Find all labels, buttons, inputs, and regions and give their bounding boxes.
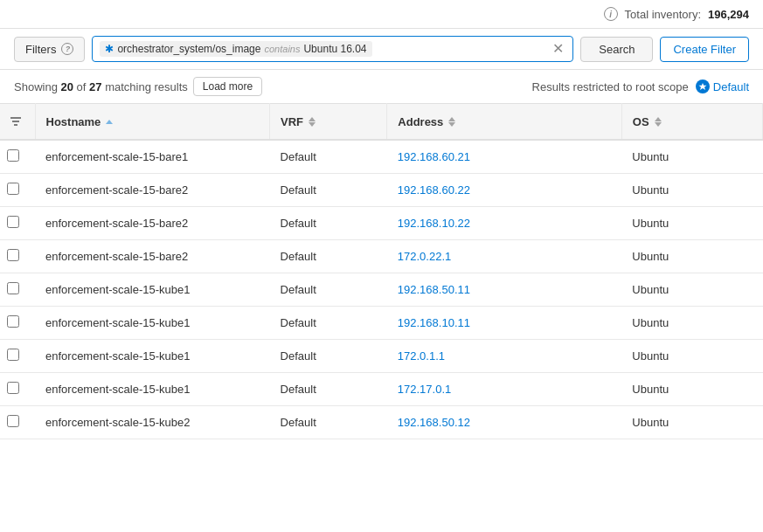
hostname-cell: enforcement-scale-15-kube1 bbox=[35, 373, 270, 406]
table-row: enforcement-scale-15-kube1Default192.168… bbox=[0, 307, 763, 340]
filters-label: Filters bbox=[25, 43, 56, 56]
table-row: enforcement-scale-15-kube2Default192.168… bbox=[0, 406, 763, 439]
table-row: enforcement-scale-15-bare2Default192.168… bbox=[0, 174, 763, 207]
address-cell[interactable]: 172.17.0.1 bbox=[387, 373, 622, 406]
col-address[interactable]: Address bbox=[387, 104, 622, 141]
tag-star-icon: ✱ bbox=[105, 43, 114, 55]
address-link[interactable]: 172.17.0.1 bbox=[398, 383, 451, 396]
address-link[interactable]: 192.168.10.11 bbox=[398, 316, 470, 329]
create-filter-button[interactable]: Create Filter bbox=[660, 37, 749, 62]
vrf-cell: Default bbox=[270, 273, 387, 307]
default-badge-icon bbox=[696, 79, 710, 93]
filter-icon[interactable] bbox=[7, 113, 24, 130]
table-header-row: Hostname VRF bbox=[0, 104, 763, 141]
row-checkbox[interactable] bbox=[7, 149, 19, 162]
os-cell: Ubuntu bbox=[621, 207, 762, 240]
tag-key: orchestrator_system/os_image bbox=[117, 43, 260, 55]
row-checkbox[interactable] bbox=[7, 315, 19, 328]
table-row: enforcement-scale-15-kube1Default172.0.1… bbox=[0, 340, 763, 373]
vrf-sort-icon bbox=[309, 117, 316, 127]
row-checkbox-cell bbox=[0, 207, 35, 240]
table-row: enforcement-scale-15-bare2Default192.168… bbox=[0, 207, 763, 240]
address-sort-icon bbox=[448, 117, 455, 127]
inventory-label: Total inventory: bbox=[625, 8, 701, 21]
table-row: enforcement-scale-15-kube1Default172.17.… bbox=[0, 373, 763, 406]
hostname-cell: enforcement-scale-15-kube2 bbox=[35, 406, 270, 439]
address-cell[interactable]: 172.0.22.1 bbox=[387, 240, 622, 273]
load-more-button[interactable]: Load more bbox=[193, 77, 262, 96]
showing-label: Showing bbox=[14, 80, 58, 93]
info-icon: i bbox=[604, 7, 618, 21]
row-checkbox-cell bbox=[0, 174, 35, 207]
address-link[interactable]: 192.168.50.12 bbox=[398, 416, 470, 429]
os-cell: Ubuntu bbox=[621, 406, 762, 439]
address-link[interactable]: 172.0.22.1 bbox=[398, 250, 451, 263]
address-link[interactable]: 192.168.10.22 bbox=[398, 217, 470, 230]
vrf-cell: Default bbox=[270, 207, 387, 240]
results-right: Results restricted to root scope Default bbox=[532, 79, 749, 93]
table-row: enforcement-scale-15-bare1Default192.168… bbox=[0, 140, 763, 174]
inventory-count: 196,294 bbox=[708, 8, 749, 21]
of-label: of bbox=[77, 80, 87, 93]
vrf-cell: Default bbox=[270, 373, 387, 406]
table-row: enforcement-scale-15-kube1Default192.168… bbox=[0, 273, 763, 307]
col-hostname[interactable]: Hostname bbox=[35, 104, 270, 141]
default-badge[interactable]: Default bbox=[696, 79, 749, 93]
os-cell: Ubuntu bbox=[621, 273, 762, 307]
address-cell[interactable]: 192.168.60.22 bbox=[387, 174, 622, 207]
search-input-container: ✱ orchestrator_system/os_image contains … bbox=[92, 36, 573, 62]
address-link[interactable]: 192.168.60.22 bbox=[398, 183, 470, 197]
os-cell: Ubuntu bbox=[621, 174, 762, 207]
results-left: Showing 20 of 27 matching results Load m… bbox=[14, 77, 262, 96]
tag-value: Ubuntu 16.04 bbox=[303, 43, 366, 55]
total-count: 27 bbox=[89, 80, 101, 93]
row-checkbox[interactable] bbox=[7, 349, 19, 361]
search-button[interactable]: Search bbox=[580, 37, 653, 62]
row-checkbox[interactable] bbox=[7, 282, 19, 294]
row-checkbox[interactable] bbox=[7, 183, 19, 195]
row-checkbox-cell bbox=[0, 240, 35, 273]
address-cell[interactable]: 192.168.10.22 bbox=[387, 207, 622, 240]
col-os[interactable]: OS bbox=[621, 104, 762, 141]
address-link[interactable]: 172.0.1.1 bbox=[398, 349, 445, 363]
top-bar: i Total inventory: 196,294 bbox=[0, 0, 763, 29]
address-cell[interactable]: 192.168.50.11 bbox=[387, 273, 622, 307]
row-checkbox[interactable] bbox=[7, 249, 19, 261]
filters-button[interactable]: Filters ? bbox=[14, 37, 85, 62]
address-cell[interactable]: 172.0.1.1 bbox=[387, 340, 622, 373]
hostname-cell: enforcement-scale-15-bare1 bbox=[35, 140, 270, 174]
vrf-cell: Default bbox=[270, 240, 387, 273]
vrf-cell: Default bbox=[270, 340, 387, 373]
row-checkbox[interactable] bbox=[7, 216, 19, 228]
row-checkbox[interactable] bbox=[7, 382, 19, 394]
vrf-cell: Default bbox=[270, 140, 387, 174]
address-link[interactable]: 192.168.50.11 bbox=[398, 283, 470, 296]
os-cell: Ubuntu bbox=[621, 140, 762, 174]
row-checkbox-cell bbox=[0, 406, 35, 439]
hostname-cell: enforcement-scale-15-bare2 bbox=[35, 240, 270, 273]
col-checkbox bbox=[0, 104, 35, 141]
matching-label: matching results bbox=[105, 80, 188, 93]
table-body: enforcement-scale-15-bare1Default192.168… bbox=[0, 140, 763, 439]
os-cell: Ubuntu bbox=[621, 307, 762, 340]
row-checkbox-cell bbox=[0, 307, 35, 340]
search-text-input[interactable] bbox=[376, 43, 548, 56]
clear-button[interactable]: ✕ bbox=[551, 42, 565, 56]
row-checkbox-cell bbox=[0, 273, 35, 307]
os-sort-icon bbox=[655, 117, 662, 127]
row-checkbox-cell bbox=[0, 340, 35, 373]
hostname-sort-icon bbox=[106, 120, 113, 124]
address-cell[interactable]: 192.168.10.11 bbox=[387, 307, 622, 340]
row-checkbox[interactable] bbox=[7, 415, 19, 427]
address-link[interactable]: 192.168.60.21 bbox=[398, 150, 470, 163]
table-row: enforcement-scale-15-bare2Default172.0.2… bbox=[0, 240, 763, 273]
address-cell[interactable]: 192.168.50.12 bbox=[387, 406, 622, 439]
os-cell: Ubuntu bbox=[621, 340, 762, 373]
restricted-label: Results restricted to root scope bbox=[532, 80, 689, 93]
address-cell[interactable]: 192.168.60.21 bbox=[387, 140, 622, 174]
default-label: Default bbox=[713, 80, 749, 93]
tag-chip: ✱ orchestrator_system/os_image contains … bbox=[100, 41, 371, 57]
col-vrf[interactable]: VRF bbox=[270, 104, 387, 141]
vrf-cell: Default bbox=[270, 406, 387, 439]
row-checkbox-cell bbox=[0, 140, 35, 174]
